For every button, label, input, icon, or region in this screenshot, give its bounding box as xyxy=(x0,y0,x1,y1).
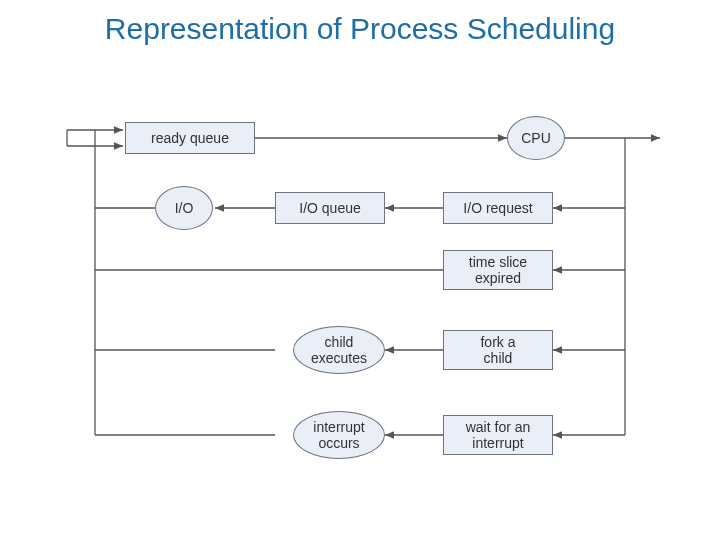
io-queue-box: I/O queue xyxy=(275,192,385,224)
slide: Representation of Process Scheduling xyxy=(0,0,720,540)
io-node: I/O xyxy=(155,186,213,230)
time-slice-box: time slice expired xyxy=(443,250,553,290)
interrupt-occurs-node: interrupt occurs xyxy=(293,411,385,459)
io-request-box: I/O request xyxy=(443,192,553,224)
fork-child-box: fork a child xyxy=(443,330,553,370)
ready-queue-box: ready queue xyxy=(125,122,255,154)
child-executes-node: child executes xyxy=(293,326,385,374)
diagram: ready queue CPU I/O I/O queue I/O reques… xyxy=(55,100,665,470)
cpu-node: CPU xyxy=(507,116,565,160)
page-title: Representation of Process Scheduling xyxy=(0,12,720,46)
wait-interrupt-box: wait for an interrupt xyxy=(443,415,553,455)
